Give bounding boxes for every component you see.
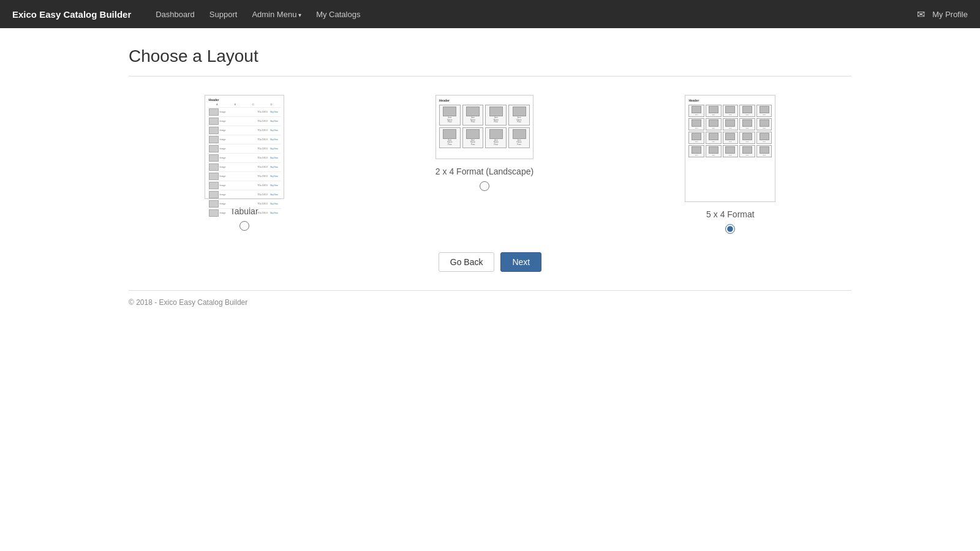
landscape-header-label: Header (439, 99, 530, 102)
nav-profile[interactable]: My Profile (932, 10, 968, 19)
list-item: ItemNamePrice (462, 105, 484, 126)
layout-option-tabular[interactable]: Header A B C D ImageTOu 193.0Buy Now Ima… (205, 95, 284, 231)
list-item: Item (688, 145, 704, 157)
5x4-grid: Item Item Item Item Item Item Item Item … (688, 105, 772, 157)
footer-text: © 2018 - Exico Easy Catalog Builder (129, 298, 851, 307)
next-button[interactable]: Next (500, 252, 541, 272)
list-item: ItemNamePrice (508, 127, 530, 148)
cell-image (489, 129, 503, 139)
landscape-preview: Header ItemNamePrice ItemNamePrice ItemN… (435, 95, 533, 159)
tabular-header-label: Header (208, 98, 281, 102)
list-item: Item (723, 132, 739, 144)
cell-image (725, 119, 735, 127)
list-item: Item (723, 145, 739, 157)
row-img (209, 163, 219, 171)
row-img (209, 145, 219, 152)
list-item: Item (723, 118, 739, 130)
row-img (209, 209, 219, 217)
5x4-preview: Header Item Item Item Item Item Item Ite… (685, 95, 775, 202)
nav-links: Dashboard Support Admin Menu My Catalogs (156, 10, 899, 19)
go-back-button[interactable]: Go Back (439, 252, 495, 272)
list-item: Item (706, 145, 722, 157)
col-c: C (245, 103, 262, 106)
table-row: ImageTOu 193.0Buy Now (208, 126, 281, 135)
cell-image (709, 106, 718, 113)
tabular-col-headers: A B C D (208, 103, 281, 106)
cell-image (692, 133, 701, 140)
row-img (209, 200, 219, 208)
nav-admin-menu[interactable]: Admin Menu (252, 10, 301, 19)
cell-image (760, 119, 769, 127)
row-img (209, 154, 219, 162)
cell-image (709, 133, 718, 140)
cell-image (443, 129, 456, 139)
layout-option-5x4[interactable]: Header Item Item Item Item Item Item Ite… (685, 95, 775, 234)
row-img (209, 108, 219, 116)
list-item: Item (688, 118, 704, 130)
cell-image (725, 106, 735, 113)
tabular-preview: Header A B C D ImageTOu 193.0Buy Now Ima… (205, 95, 284, 199)
tabular-radio[interactable] (239, 221, 249, 231)
table-row: ImageTOu 193.0Buy Now (208, 190, 281, 199)
nav-right: ✉ My Profile (917, 9, 968, 20)
table-row: ImageTOu 193.0Buy Now (208, 153, 281, 162)
row-img (209, 182, 219, 189)
table-row: ImageTOu 193.0Buy Now (208, 107, 281, 116)
list-item: Item (739, 132, 755, 144)
cell-image (466, 107, 480, 116)
list-item: Item (756, 105, 772, 117)
landscape-label: 2 x 4 Format (Landscape) (435, 167, 533, 176)
5x4-label: 5 x 4 Format (706, 209, 755, 219)
cell-image (742, 119, 752, 127)
cell-image (709, 146, 718, 154)
list-item: ItemNamePrice (439, 105, 461, 126)
landscape-grid: ItemNamePrice ItemNamePrice ItemNamePric… (439, 105, 530, 148)
list-item: Item (756, 145, 772, 157)
table-row: ImageTOu 193.0Buy Now (208, 199, 281, 208)
list-item: Item (706, 105, 722, 117)
cell-image (760, 146, 769, 154)
button-row: Go Back Next (129, 252, 851, 272)
list-item: Item (688, 132, 704, 144)
list-item: ItemNamePrice (462, 127, 484, 148)
cell-image (742, 106, 752, 113)
list-item: ItemNamePrice (508, 105, 530, 126)
table-row: ImageTOu 193.0Buy Now (208, 162, 281, 171)
cell-image (725, 146, 735, 154)
row-img (209, 118, 219, 125)
col-b: B (227, 103, 244, 106)
col-a: A (209, 103, 226, 106)
landscape-radio[interactable] (480, 181, 489, 191)
row-img (209, 136, 219, 143)
mail-icon[interactable]: ✉ (917, 9, 925, 20)
cell-image (513, 107, 526, 116)
table-row: ImageTOu 193.0Buy Now (208, 116, 281, 126)
list-item: Item (706, 132, 722, 144)
cell-image (692, 146, 701, 154)
table-row: ImageTOu 193.0Buy Now (208, 181, 281, 190)
title-divider (129, 76, 851, 77)
list-item: Item (739, 145, 755, 157)
cell-image (489, 107, 503, 116)
cell-image (443, 107, 456, 116)
nav-support[interactable]: Support (209, 10, 238, 19)
cell-image (692, 106, 701, 113)
layout-option-landscape[interactable]: Header ItemNamePrice ItemNamePrice ItemN… (435, 95, 533, 191)
cell-image (760, 106, 769, 113)
navbar-brand: Exico Easy Catalog Builder (12, 9, 131, 20)
cell-image (513, 129, 526, 139)
cell-image (760, 133, 769, 140)
nav-my-catalogs[interactable]: My Catalogs (316, 10, 360, 19)
5x4-radio[interactable] (725, 224, 735, 234)
nav-dashboard[interactable]: Dashboard (156, 10, 195, 19)
table-row: ImageTOu 193.0Buy Now (208, 135, 281, 144)
layout-options: Header A B C D ImageTOu 193.0Buy Now Ima… (129, 95, 851, 234)
list-item: Item (756, 118, 772, 130)
navbar: Exico Easy Catalog Builder Dashboard Sup… (0, 0, 980, 28)
list-item: ItemNamePrice (485, 127, 507, 148)
cell-image (725, 133, 735, 140)
cell-image (466, 129, 480, 139)
table-row: ImageTOu 193.0Buy Now (208, 208, 281, 217)
table-row: ImageTOu 193.0Buy Now (208, 144, 281, 153)
col-d: D (263, 103, 280, 106)
